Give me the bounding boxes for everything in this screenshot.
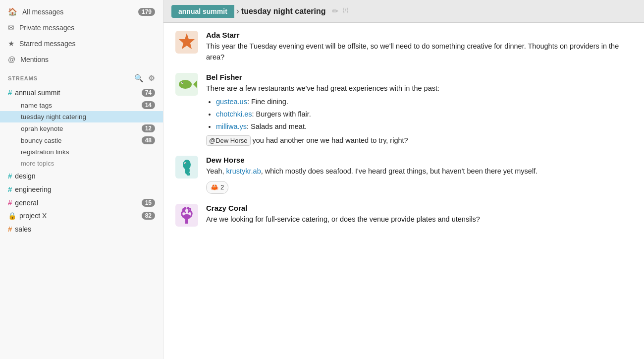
stream-project-x-label: project X: [19, 212, 47, 220]
restaurant-3: milliwa.ys: Salads and meat.: [216, 121, 632, 132]
topic-registration-links[interactable]: registration links: [0, 146, 163, 158]
svg-point-11: [182, 210, 185, 212]
stream-project-x-badge: 82: [142, 212, 155, 220]
topic-bouncy-castle-badge: 48: [142, 136, 155, 144]
reaction-emoji: 🦀: [211, 182, 218, 192]
breadcrumb-stream[interactable]: annual summit: [171, 5, 234, 18]
topic-bouncy-castle[interactable]: bouncy castle 48: [0, 134, 163, 146]
svg-point-14: [187, 207, 190, 209]
edit-topic-icon[interactable]: ✏: [332, 6, 338, 16]
restaurant-2: chotchki.es: Burgers with flair.: [216, 109, 632, 120]
topic-name-tags-label: name tags: [21, 102, 52, 109]
breadcrumb-arrow: ›: [236, 6, 239, 16]
milliwa-link[interactable]: milliwa.ys: [216, 122, 247, 130]
streams-section-header: STREAMS 🔍 ⚙: [0, 67, 163, 86]
stream-hash-icon: #: [8, 185, 12, 193]
topic-oprah-keynote-label: oprah keynote: [21, 125, 63, 132]
svg-point-8: [185, 163, 186, 164]
at-icon: @: [8, 55, 15, 63]
sidebar: 🏠 All messages 179 ✉ Private messages ★ …: [0, 0, 163, 359]
message-bel-sender: Bel Fisher: [206, 73, 632, 81]
nav-mentions[interactable]: @ Mentions: [0, 52, 163, 67]
svg-point-10: [183, 214, 191, 219]
stream-general[interactable]: # general 15: [0, 196, 163, 209]
svg-point-12: [189, 210, 192, 212]
svg-marker-2: [193, 80, 197, 88]
message-coral: Crazy Coral Are we looking for full-serv…: [175, 204, 632, 227]
breadcrumb-topic: tuesday night catering: [241, 7, 326, 16]
topic-tuesday-night-catering-label: tuesday night catering: [21, 113, 86, 120]
chotchki-link[interactable]: chotchki.es: [216, 110, 252, 118]
topic-bouncy-castle-label: bouncy castle: [21, 137, 62, 144]
nav-private-messages[interactable]: ✉ Private messages: [0, 20, 163, 36]
message-coral-content: Crazy Coral Are we looking for full-serv…: [206, 204, 632, 225]
mention-dew-horse[interactable]: @Dew Horse: [206, 135, 251, 146]
krustykr-link[interactable]: krustykr.ab: [226, 167, 261, 175]
avatar-dew: [175, 156, 198, 179]
stream-design[interactable]: # design: [0, 169, 163, 182]
topic-name-tags[interactable]: name tags 14: [0, 99, 163, 111]
svg-point-13: [184, 207, 187, 209]
gear-icon[interactable]: ⚙: [148, 74, 155, 83]
reaction-count: 2: [220, 182, 224, 192]
main-content: annual summit › tuesday night catering ✏…: [163, 0, 644, 359]
restaurant-list: gustea.us: Fine dining. chotchki.es: Bur…: [216, 97, 632, 132]
message-bel: Bel Fisher There are a few restaurants w…: [175, 73, 632, 146]
envelope-icon: ✉: [8, 23, 14, 32]
message-dew-sender: Dew Horse: [206, 156, 632, 164]
stream-sales-label: sales: [15, 225, 31, 233]
message-ada-sender: Ada Starr: [206, 31, 632, 39]
message-coral-text: Are we looking for full-service catering…: [206, 214, 632, 225]
nav-starred-messages[interactable]: ★ Starred messages: [0, 36, 163, 52]
more-topics-link[interactable]: more topics: [0, 158, 163, 169]
star-icon: ★: [8, 39, 14, 48]
reaction-crab[interactable]: 🦀 2: [206, 181, 228, 194]
avatar-coral: [175, 204, 198, 227]
svg-point-1: [179, 80, 192, 89]
nav-starred-messages-label: Starred messages: [19, 40, 76, 48]
svg-marker-0: [179, 33, 195, 49]
mention-suffix: you had another one we had wanted to try…: [253, 136, 408, 144]
message-bel-content: Bel Fisher There are a few restaurants w…: [206, 73, 632, 146]
stream-engineering-label: engineering: [15, 185, 51, 193]
nav-private-messages-label: Private messages: [19, 24, 74, 32]
topic-oprah-keynote[interactable]: oprah keynote 12: [0, 122, 163, 134]
nav-all-messages-label: All messages: [22, 8, 63, 16]
stream-hash-icon: #: [8, 88, 12, 97]
stream-annual-summit-label: annual summit: [15, 89, 60, 97]
stream-sales[interactable]: # sales: [0, 222, 163, 236]
stream-general-label: general: [15, 199, 38, 207]
stream-engineering[interactable]: # engineering: [0, 182, 163, 196]
message-bel-text: There are a few restaurants we've had gr…: [206, 83, 632, 146]
message-ada-content: Ada Starr This year the Tuesday evening …: [206, 31, 632, 63]
lock-icon: 🔒: [8, 212, 16, 220]
nav-mentions-label: Mentions: [20, 56, 49, 63]
message-dew-text: Yeah, krustykr.ab, which mostly does sea…: [206, 166, 632, 193]
stream-annual-summit-badge: 74: [142, 89, 155, 97]
stream-project-x[interactable]: 🔒 project X 82: [0, 209, 163, 222]
all-messages-badge: 179: [138, 8, 155, 16]
stream-design-label: design: [15, 172, 35, 180]
message-ada-text: This year the Tuesday evening event will…: [206, 41, 632, 63]
gustea-link[interactable]: gustea.us: [216, 98, 247, 106]
message-dew-content: Dew Horse Yeah, krustykr.ab, which mostl…: [206, 156, 632, 193]
stream-annual-summit[interactable]: # annual summit 74: [0, 86, 163, 99]
header-icons: ✏ ⟨/⟩: [332, 6, 349, 16]
stream-hash-icon: #: [8, 172, 12, 180]
home-icon: 🏠: [8, 7, 17, 16]
message-ada: Ada Starr This year the Tuesday evening …: [175, 31, 632, 63]
code-icon[interactable]: ⟨/⟩: [342, 6, 349, 16]
avatar-ada: [175, 31, 198, 54]
chat-header: annual summit › tuesday night catering ✏…: [163, 0, 644, 23]
restaurant-1: gustea.us: Fine dining.: [216, 97, 632, 108]
nav-all-messages[interactable]: 🏠 All messages 179: [0, 4, 163, 20]
avatar-bel: [175, 73, 198, 96]
svg-point-4: [182, 82, 183, 83]
stream-general-badge: 15: [142, 199, 155, 207]
topic-tuesday-night-catering[interactable]: tuesday night catering: [0, 111, 163, 122]
stream-hash-icon: #: [8, 198, 12, 207]
search-streams-icon[interactable]: 🔍: [134, 74, 144, 83]
message-dew: Dew Horse Yeah, krustykr.ab, which mostl…: [175, 156, 632, 193]
topic-registration-links-label: registration links: [21, 148, 69, 156]
streams-header-actions: 🔍 ⚙: [134, 74, 155, 83]
